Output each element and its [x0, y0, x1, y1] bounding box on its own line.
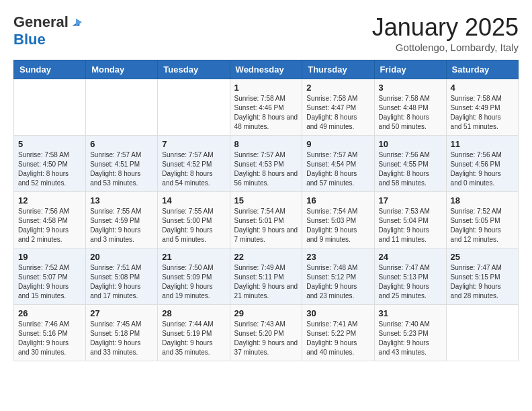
calendar-cell: 29Sunrise: 7:43 AMSunset: 5:20 PMDayligh… — [230, 305, 302, 361]
calendar-cell: 8Sunrise: 7:57 AMSunset: 4:53 PMDaylight… — [230, 136, 302, 192]
day-number: 18 — [451, 195, 514, 205]
day-info: Sunrise: 7:50 AMSunset: 5:09 PMDaylight:… — [162, 263, 225, 301]
location-subtitle: Gottolengo, Lombardy, Italy — [372, 42, 519, 53]
calendar-cell: 25Sunrise: 7:47 AMSunset: 5:15 PMDayligh… — [446, 248, 518, 305]
calendar-cell: 19Sunrise: 7:52 AMSunset: 5:07 PMDayligh… — [14, 248, 86, 305]
day-info: Sunrise: 7:55 AMSunset: 5:00 PMDaylight:… — [162, 207, 225, 244]
day-info: Sunrise: 7:46 AMSunset: 5:16 PMDaylight:… — [18, 320, 81, 357]
day-info: Sunrise: 7:56 AMSunset: 4:58 PMDaylight:… — [18, 207, 81, 244]
day-number: 28 — [162, 308, 225, 318]
calendar-cell: 3Sunrise: 7:58 AMSunset: 4:48 PMDaylight… — [374, 79, 446, 136]
day-number: 17 — [379, 195, 442, 205]
day-number: 13 — [90, 195, 153, 205]
day-number: 16 — [306, 195, 369, 205]
day-info: Sunrise: 7:54 AMSunset: 5:03 PMDaylight:… — [306, 207, 369, 244]
weekday-header: Wednesday — [230, 60, 302, 79]
day-number: 27 — [90, 308, 153, 318]
day-number: 9 — [306, 139, 369, 149]
calendar-cell: 21Sunrise: 7:50 AMSunset: 5:09 PMDayligh… — [158, 248, 230, 305]
day-info: Sunrise: 7:47 AMSunset: 5:13 PMDaylight:… — [379, 263, 442, 301]
calendar-cell: 10Sunrise: 7:56 AMSunset: 4:55 PMDayligh… — [374, 136, 446, 192]
logo-icon — [70, 16, 82, 28]
calendar-cell: 27Sunrise: 7:45 AMSunset: 5:18 PMDayligh… — [86, 305, 158, 361]
day-info: Sunrise: 7:52 AMSunset: 5:05 PMDaylight:… — [451, 207, 514, 244]
weekday-header: Tuesday — [158, 60, 230, 79]
calendar-cell: 9Sunrise: 7:57 AMSunset: 4:54 PMDaylight… — [302, 136, 374, 192]
day-number: 24 — [379, 252, 442, 262]
day-info: Sunrise: 7:41 AMSunset: 5:22 PMDaylight:… — [306, 320, 369, 357]
day-info: Sunrise: 7:49 AMSunset: 5:11 PMDaylight:… — [234, 263, 298, 301]
calendar-table: SundayMondayTuesdayWednesdayThursdayFrid… — [13, 60, 519, 361]
page-header: General Blue January 2025 Gottolengo, Lo… — [13, 13, 519, 53]
calendar-cell: 14Sunrise: 7:55 AMSunset: 5:00 PMDayligh… — [158, 192, 230, 248]
day-info: Sunrise: 7:58 AMSunset: 4:47 PMDaylight:… — [306, 94, 369, 132]
calendar-week-row: 19Sunrise: 7:52 AMSunset: 5:07 PMDayligh… — [14, 248, 519, 305]
day-number: 14 — [162, 195, 225, 205]
weekday-header: Thursday — [302, 60, 374, 79]
day-info: Sunrise: 7:45 AMSunset: 5:18 PMDaylight:… — [90, 320, 153, 357]
day-number: 4 — [451, 83, 514, 93]
calendar-cell: 18Sunrise: 7:52 AMSunset: 5:05 PMDayligh… — [446, 192, 518, 248]
day-number: 3 — [379, 83, 442, 93]
day-number: 8 — [234, 139, 298, 149]
calendar-cell — [14, 79, 86, 136]
weekday-header: Friday — [374, 60, 446, 79]
day-info: Sunrise: 7:40 AMSunset: 5:23 PMDaylight:… — [379, 320, 442, 357]
day-info: Sunrise: 7:57 AMSunset: 4:53 PMDaylight:… — [234, 150, 298, 188]
day-info: Sunrise: 7:53 AMSunset: 5:04 PMDaylight:… — [379, 207, 442, 244]
logo-blue-text: Blue — [13, 31, 46, 48]
calendar-cell: 24Sunrise: 7:47 AMSunset: 5:13 PMDayligh… — [374, 248, 446, 305]
weekday-header: Monday — [86, 60, 158, 79]
day-info: Sunrise: 7:54 AMSunset: 5:01 PMDaylight:… — [234, 207, 298, 244]
calendar-cell — [158, 79, 230, 136]
day-number: 29 — [234, 308, 298, 318]
day-info: Sunrise: 7:58 AMSunset: 4:49 PMDaylight:… — [451, 94, 514, 132]
day-number: 11 — [451, 139, 514, 149]
calendar-cell: 26Sunrise: 7:46 AMSunset: 5:16 PMDayligh… — [14, 305, 86, 361]
logo-general-text: General — [13, 13, 69, 31]
calendar-cell: 7Sunrise: 7:57 AMSunset: 4:52 PMDaylight… — [158, 136, 230, 192]
day-info: Sunrise: 7:58 AMSunset: 4:46 PMDaylight:… — [234, 94, 298, 132]
calendar-cell: 2Sunrise: 7:58 AMSunset: 4:47 PMDaylight… — [302, 79, 374, 136]
calendar-cell: 5Sunrise: 7:58 AMSunset: 4:50 PMDaylight… — [14, 136, 86, 192]
day-number: 5 — [18, 139, 81, 149]
weekday-header: Saturday — [446, 60, 518, 79]
day-number: 19 — [18, 252, 81, 262]
calendar-cell: 30Sunrise: 7:41 AMSunset: 5:22 PMDayligh… — [302, 305, 374, 361]
day-info: Sunrise: 7:52 AMSunset: 5:07 PMDaylight:… — [18, 263, 81, 301]
calendar-cell: 11Sunrise: 7:56 AMSunset: 4:56 PMDayligh… — [446, 136, 518, 192]
calendar-cell: 23Sunrise: 7:48 AMSunset: 5:12 PMDayligh… — [302, 248, 374, 305]
logo: General Blue — [13, 13, 82, 48]
day-info: Sunrise: 7:51 AMSunset: 5:08 PMDaylight:… — [90, 263, 153, 301]
calendar-cell: 4Sunrise: 7:58 AMSunset: 4:49 PMDaylight… — [446, 79, 518, 136]
calendar-cell — [446, 305, 518, 361]
calendar-week-row: 1Sunrise: 7:58 AMSunset: 4:46 PMDaylight… — [14, 79, 519, 136]
day-number: 15 — [234, 195, 298, 205]
day-number: 10 — [379, 139, 442, 149]
day-info: Sunrise: 7:55 AMSunset: 4:59 PMDaylight:… — [90, 207, 153, 244]
day-number: 12 — [18, 195, 81, 205]
calendar-cell: 22Sunrise: 7:49 AMSunset: 5:11 PMDayligh… — [230, 248, 302, 305]
day-info: Sunrise: 7:58 AMSunset: 4:48 PMDaylight:… — [379, 94, 442, 132]
calendar-week-row: 5Sunrise: 7:58 AMSunset: 4:50 PMDaylight… — [14, 136, 519, 192]
title-block: January 2025 Gottolengo, Lombardy, Italy — [372, 13, 519, 53]
calendar-cell: 6Sunrise: 7:57 AMSunset: 4:51 PMDaylight… — [86, 136, 158, 192]
day-number: 2 — [306, 83, 369, 93]
calendar-cell: 16Sunrise: 7:54 AMSunset: 5:03 PMDayligh… — [302, 192, 374, 248]
calendar-header-row: SundayMondayTuesdayWednesdayThursdayFrid… — [14, 60, 519, 79]
calendar-cell: 31Sunrise: 7:40 AMSunset: 5:23 PMDayligh… — [374, 305, 446, 361]
day-number: 23 — [306, 252, 369, 262]
day-number: 22 — [234, 252, 298, 262]
calendar-cell: 20Sunrise: 7:51 AMSunset: 5:08 PMDayligh… — [86, 248, 158, 305]
calendar-week-row: 26Sunrise: 7:46 AMSunset: 5:16 PMDayligh… — [14, 305, 519, 361]
day-number: 1 — [234, 83, 298, 93]
day-number: 31 — [379, 308, 442, 318]
day-info: Sunrise: 7:56 AMSunset: 4:55 PMDaylight:… — [379, 150, 442, 188]
calendar-week-row: 12Sunrise: 7:56 AMSunset: 4:58 PMDayligh… — [14, 192, 519, 248]
day-info: Sunrise: 7:57 AMSunset: 4:52 PMDaylight:… — [162, 150, 225, 188]
day-info: Sunrise: 7:47 AMSunset: 5:15 PMDaylight:… — [451, 263, 514, 301]
day-number: 30 — [306, 308, 369, 318]
day-info: Sunrise: 7:48 AMSunset: 5:12 PMDaylight:… — [306, 263, 369, 301]
day-number: 6 — [90, 139, 153, 149]
calendar-cell: 13Sunrise: 7:55 AMSunset: 4:59 PMDayligh… — [86, 192, 158, 248]
